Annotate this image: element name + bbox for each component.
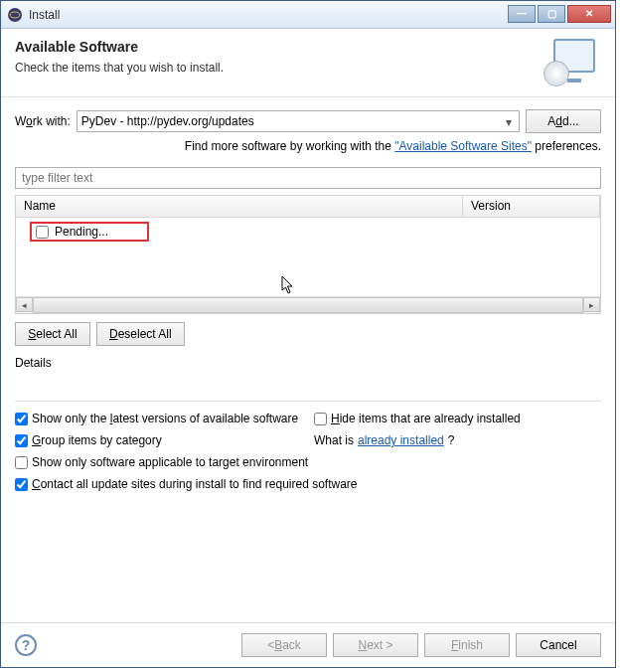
install-graphic — [543, 39, 601, 86]
maximize-button[interactable]: ▢ — [538, 5, 565, 23]
software-tree: Name Version Pending... ◂ ▸ — [15, 195, 601, 314]
row-checkbox[interactable] — [36, 226, 49, 239]
details-box — [15, 374, 601, 402]
opt-latest[interactable]: Show only the latest versions of availab… — [15, 412, 302, 425]
eclipse-icon — [7, 7, 23, 23]
software-sites-link[interactable]: "Available Software Sites" — [394, 139, 532, 153]
work-with-combo[interactable]: PyDev - http://pydev.org/updates ▾ — [77, 110, 520, 132]
window-title: Install — [29, 8, 506, 22]
opt-applicable[interactable]: Show only software applicable to target … — [15, 455, 601, 469]
scroll-right-icon[interactable]: ▸ — [583, 297, 600, 312]
scroll-thumb[interactable] — [33, 297, 583, 313]
header: Available Software Check the items that … — [1, 29, 615, 97]
opt-contact[interactable]: Contact all update sites during install … — [15, 477, 601, 491]
scroll-left-icon[interactable]: ◂ — [16, 297, 33, 312]
opt-group[interactable]: Group items by category — [15, 433, 302, 447]
finish-button[interactable]: Finish — [424, 633, 510, 657]
row-label: Pending... — [55, 225, 108, 239]
column-name[interactable]: Name — [16, 196, 463, 217]
filter-input[interactable] — [15, 167, 601, 189]
already-installed-hint: What is already installed? — [314, 433, 601, 447]
horizontal-scrollbar[interactable]: ◂ ▸ — [16, 296, 600, 313]
deselect-all-button[interactable]: Deselect All — [96, 322, 185, 346]
help-icon[interactable]: ? — [15, 634, 37, 656]
find-more-hint: Find more software by working with the "… — [15, 139, 601, 153]
already-installed-link[interactable]: already installed — [358, 433, 444, 447]
back-button[interactable]: < Back — [241, 633, 327, 657]
work-with-value: PyDev - http://pydev.org/updates — [81, 114, 254, 128]
chevron-down-icon[interactable]: ▾ — [500, 113, 517, 130]
work-with-label: Work with: — [15, 114, 71, 128]
cancel-button[interactable]: Cancel — [516, 633, 601, 657]
page-title: Available Software — [15, 39, 543, 55]
next-button[interactable]: Next > — [333, 633, 418, 657]
column-version[interactable]: Version — [463, 196, 600, 217]
tree-row[interactable]: Pending... — [30, 222, 149, 242]
select-all-button[interactable]: Select All — [15, 322, 90, 346]
close-button[interactable]: ✕ — [567, 5, 611, 23]
details-label: Details — [15, 356, 601, 370]
minimize-button[interactable]: — — [508, 5, 536, 23]
page-subtitle: Check the items that you wish to install… — [15, 61, 543, 75]
titlebar[interactable]: Install — ▢ ✕ — [1, 1, 615, 29]
opt-hide[interactable]: Hide items that are already installed — [314, 412, 601, 425]
install-dialog: Install — ▢ ✕ Available Software Check t… — [0, 0, 616, 668]
add-button[interactable]: Add... — [526, 109, 601, 133]
